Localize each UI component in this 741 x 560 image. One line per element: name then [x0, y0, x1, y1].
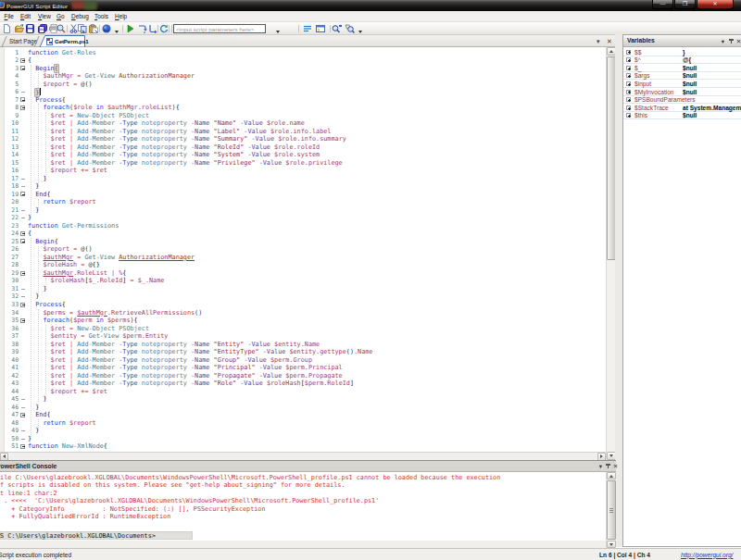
- menu-edit[interactable]: Edit: [20, 12, 31, 21]
- restart-icon[interactable]: [159, 24, 168, 33]
- save-icon[interactable]: [26, 24, 34, 33]
- fold-marker[interactable]: [19, 96, 28, 105]
- close-panel-icon[interactable]: ✕: [735, 38, 741, 44]
- menu-help[interactable]: Help: [115, 12, 127, 21]
- open-folder-icon[interactable]: [15, 24, 23, 33]
- cut-icon[interactable]: [69, 24, 78, 33]
- fold-guide-line: [38, 72, 39, 92]
- expand-icon[interactable]: [626, 90, 631, 94]
- variables-panel-title: Variables: [627, 37, 655, 44]
- code-line-4: 4 $authMgr = Get-View AuthorizationManag…: [0, 72, 606, 81]
- fold-marker[interactable]: [19, 230, 28, 238]
- app-icon: [0, 2, 5, 8]
- console-close-icon[interactable]: ✕: [612, 463, 619, 469]
- console-vscrollbar[interactable]: [606, 472, 615, 548]
- expand-icon[interactable]: [626, 57, 631, 62]
- expand-icon[interactable]: [626, 50, 631, 55]
- close-document-icon[interactable]: ✕: [607, 38, 612, 45]
- line-number: 7: [0, 96, 19, 105]
- dropdown-arrow-icon[interactable]: [358, 31, 362, 33]
- fold-marker[interactable]: [19, 104, 28, 112]
- fold-marker[interactable]: [19, 317, 28, 325]
- expand-icon[interactable]: [626, 113, 631, 118]
- menu-debug[interactable]: Debug: [71, 12, 89, 21]
- find-next-icon[interactable]: [332, 24, 340, 33]
- fold-marker[interactable]: [19, 301, 28, 309]
- expand-icon[interactable]: [626, 66, 631, 70]
- dropdown-arrow-icon[interactable]: [115, 31, 119, 33]
- fold-marker[interactable]: [19, 442, 28, 451]
- line-number: 10: [0, 119, 19, 128]
- expand-icon[interactable]: [626, 81, 631, 86]
- code-line-19: 19 End{: [0, 191, 606, 199]
- auto-hide-pin-icon[interactable]: [728, 38, 735, 44]
- fold-marker[interactable]: [19, 65, 28, 73]
- code-editor[interactable]: 1function Get-Roles2{3 Begin{4 $authMgr …: [0, 47, 606, 452]
- close-button[interactable]: ✕: [697, 0, 734, 9]
- run-icon[interactable]: [126, 24, 134, 33]
- dropdown-arrow-icon[interactable]: [276, 31, 280, 33]
- fold-marker[interactable]: [19, 56, 28, 65]
- console-pin-icon[interactable]: [605, 463, 611, 469]
- variable-row-input[interactable]: $input$null: [623, 80, 741, 88]
- variable-row-this[interactable]: $this$null: [623, 112, 741, 120]
- toolbar-separator: [99, 25, 100, 32]
- fold-cell: [19, 206, 28, 215]
- editor-vscrollbar[interactable]: [606, 47, 615, 460]
- line-number: 14: [0, 151, 19, 159]
- save-all-icon[interactable]: [38, 24, 46, 33]
- code-line-46: 46 }: [0, 404, 606, 412]
- expand-icon[interactable]: [626, 97, 631, 102]
- minimize-button[interactable]: —: [652, 0, 673, 9]
- expand-icon[interactable]: [626, 106, 631, 110]
- copy-icon[interactable]: [78, 24, 86, 33]
- window-position-icon[interactable]: ▾: [720, 38, 726, 44]
- scroll-up-arrow[interactable]: [607, 472, 616, 479]
- fold-marker[interactable]: [19, 269, 28, 278]
- paste-icon[interactable]: [89, 24, 97, 33]
- fold-marker[interactable]: [19, 238, 28, 246]
- variable-row-MyInvocation[interactable]: $MyInvocation$null: [623, 88, 741, 96]
- variable-row-StackTrace[interactable]: $StackTraceat System.Management.Automati…: [623, 104, 741, 112]
- output-lines-icon[interactable]: [303, 24, 311, 33]
- variable-row-args[interactable]: $args$null: [623, 72, 741, 81]
- powergui-link[interactable]: http://powergui.org/: [681, 552, 733, 558]
- fold-guide-line: [31, 238, 31, 439]
- step-into-icon[interactable]: [138, 24, 146, 33]
- variable-row-[interactable]: $^@{: [623, 56, 741, 65]
- toolbar-separator: [122, 25, 123, 32]
- console-position-icon[interactable]: ▾: [597, 463, 604, 469]
- powershell-ball-icon[interactable]: [102, 24, 110, 33]
- line-number: 12: [0, 135, 19, 143]
- panel-splitter[interactable]: [615, 34, 622, 547]
- code-line-50: 50}: [0, 435, 606, 443]
- expand-icon[interactable]: [626, 73, 631, 78]
- console-vscroll-thumb[interactable]: [607, 480, 616, 540]
- tab-start-page[interactable]: Start Page: [9, 38, 37, 44]
- scroll-down-arrow[interactable]: [607, 541, 616, 548]
- menu-view[interactable]: View: [38, 12, 51, 21]
- new-file-icon[interactable]: [3, 24, 11, 33]
- step-out-icon[interactable]: [148, 24, 157, 33]
- menu-tools[interactable]: Tools: [94, 12, 108, 21]
- code-line-42: 42 $ret | Add-Member -Type noteproperty …: [0, 372, 606, 380]
- console-window-icon[interactable]: [316, 24, 324, 33]
- find-in-files-icon[interactable]: [345, 24, 353, 33]
- tab-list-dropdown-icon[interactable]: ▾: [597, 38, 600, 45]
- fold-guide-line: [38, 246, 39, 297]
- menu-go[interactable]: Go: [57, 12, 65, 21]
- restore-button[interactable]: ❐: [674, 0, 696, 9]
- fold-guide-line: [31, 65, 31, 218]
- fold-marker[interactable]: [19, 191, 28, 199]
- search-icon[interactable]: [57, 24, 65, 33]
- tab-getperm-ps1[interactable]: GetPerm.ps1: [39, 35, 86, 47]
- powershell-console[interactable]: File C:\Users\glazebrookl.XGLOBAL\Docume…: [0, 472, 606, 548]
- menu-file[interactable]: File: [5, 12, 14, 21]
- fold-marker[interactable]: [19, 411, 28, 419]
- console-hscrollbar[interactable]: [0, 541, 606, 548]
- variable-row-[interactable]: $$}: [623, 48, 741, 56]
- variable-row-[interactable]: $_$null: [623, 64, 741, 72]
- script-parameters-input[interactable]: [173, 24, 266, 33]
- editor-hscrollbar[interactable]: [0, 452, 606, 460]
- variable-row-PSBoundParameters[interactable]: $PSBoundParameters: [623, 96, 741, 105]
